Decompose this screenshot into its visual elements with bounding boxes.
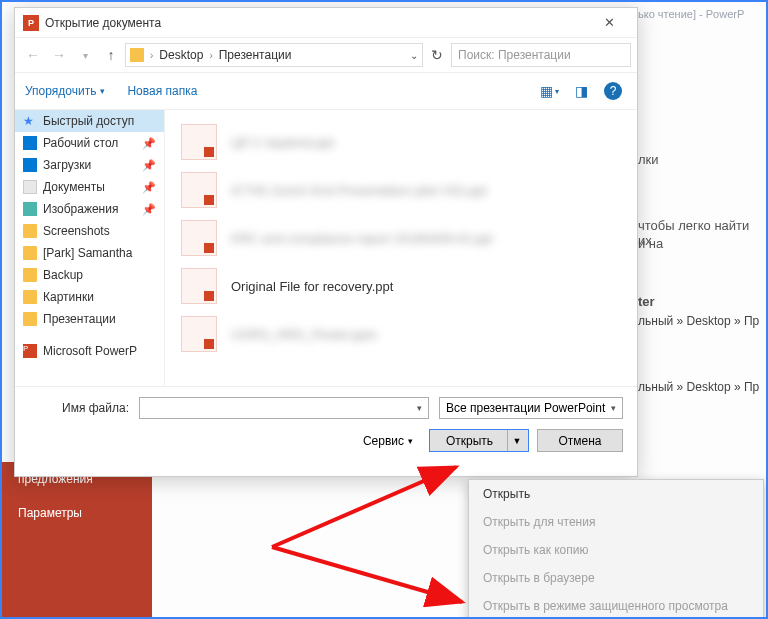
pin-icon: 📌 [142,203,156,216]
tree-item-quick-access[interactable]: ★Быстрый доступ [15,110,164,132]
help-icon: ? [604,82,622,100]
filetype-filter[interactable]: Все презентации PowerPoint▾ [439,397,623,419]
file-list[interactable]: ЦР-2 repaired.ppt ICT4S Zurich End Prese… [165,110,637,386]
ppt-thumb-icon [181,268,217,304]
app-title-fragment: ько чтение] - PowerP [638,8,744,20]
file-item[interactable]: KRC and compliance report 20180409-02.pp… [175,214,627,262]
ppt-thumb-icon [181,220,217,256]
file-item[interactable]: ЦР-2 repaired.ppt [175,118,627,166]
search-placeholder: Поиск: Презентации [458,48,571,62]
refresh-button[interactable]: ↻ [425,43,449,67]
menu-item-open-readonly: Открыть для чтения [469,508,763,536]
breadcrumb-segment[interactable]: Desktop [159,48,203,62]
preview-pane-button[interactable]: ◨ [567,79,595,103]
open-file-dialog: P Открытие документа ✕ ← → ▾ ↑ › Desktop… [14,7,638,477]
pin-icon: 📌 [142,137,156,150]
chevron-right-icon: › [150,50,153,61]
chevron-down-icon[interactable]: ▾ [417,403,422,413]
tree-item[interactable]: Презентации [15,308,164,330]
folder-icon [23,224,37,238]
ppt-thumb-icon [181,316,217,352]
tree-item[interactable]: [Park] Samantha [15,242,164,264]
folder-icon [23,246,37,260]
address-bar: ← → ▾ ↑ › Desktop › Презентации ⌄ ↻ Поис… [15,38,637,72]
file-item[interactable]: Original File for recovery.ppt [175,262,627,310]
desktop-icon [23,136,37,150]
filename-input[interactable]: ▾ [139,397,429,419]
bg-path: льный » Desktop » Пр [638,314,759,328]
pin-icon: 📌 [142,159,156,172]
open-split-button[interactable]: Открыть ▼ [429,429,529,452]
open-menu[interactable]: Открыть Открыть для чтения Открыть как к… [468,479,764,619]
menu-item-open-protected: Открыть в режиме защищенного просмотра [469,592,763,619]
nav-tree[interactable]: ★Быстрый доступ Рабочий стол📌 Загрузки📌 … [15,110,165,386]
tree-item[interactable]: Документы📌 [15,176,164,198]
file-item[interactable]: UGRS_HRG_Poster.pptx [175,310,627,358]
downloads-icon [23,158,37,172]
tree-item[interactable]: Рабочий стол📌 [15,132,164,154]
tree-item[interactable]: Backup [15,264,164,286]
tree-item[interactable]: Screenshots [15,220,164,242]
tools-button[interactable]: Сервис▾ [363,434,413,448]
folder-icon [23,312,37,326]
pin-icon: 📌 [142,181,156,194]
menu-item-open[interactable]: Открыть [469,480,763,508]
bg-text: лки [638,152,659,167]
menu-item-open-browser: Открыть в браузере [469,564,763,592]
titlebar: P Открытие документа ✕ [15,8,637,38]
tree-item-powerpoint[interactable]: PMicrosoft PowerP [15,340,164,362]
bg-path: льный » Desktop » Пр [638,380,759,394]
open-dropdown-arrow[interactable]: ▼ [508,436,526,446]
chevron-down-icon: ▾ [100,86,105,96]
new-folder-button[interactable]: Новая папка [127,84,197,98]
cancel-button[interactable]: Отмена [537,429,623,452]
ppt-thumb-icon [181,124,217,160]
chevron-down-icon: ▾ [408,436,413,446]
ppt-thumb-icon [181,172,217,208]
powerpoint-icon: P [23,344,37,358]
help-button[interactable]: ? [599,79,627,103]
bg-text: и на [638,236,663,251]
search-input[interactable]: Поиск: Презентации [451,43,631,67]
view-options-button[interactable]: ▦▾ [535,79,563,103]
filename-label: Имя файла: [29,401,129,415]
tree-item[interactable]: Картинки [15,286,164,308]
open-button[interactable]: Открыть [432,430,508,451]
backstage-sidebar: предложения Параметры [2,462,152,619]
star-icon: ★ [23,114,37,128]
up-button[interactable]: ↑ [99,43,123,67]
dialog-toolbar: Упорядочить▾ Новая папка ▦▾ ◨ ? [15,72,637,110]
organize-button[interactable]: Упорядочить▾ [25,84,105,98]
folder-icon [130,48,144,62]
dialog-footer: Имя файла: ▾ Все презентации PowerPoint▾… [15,386,637,476]
sidebar-item[interactable]: Параметры [2,496,152,530]
tree-item[interactable]: Загрузки📌 [15,154,164,176]
chevron-down-icon[interactable]: ⌄ [410,50,418,61]
breadcrumb[interactable]: › Desktop › Презентации ⌄ [125,43,423,67]
close-icon[interactable]: ✕ [589,15,629,30]
breadcrumb-segment[interactable]: Презентации [219,48,292,62]
recent-dropdown[interactable]: ▾ [73,43,97,67]
folder-icon [23,290,37,304]
chevron-down-icon[interactable]: ▾ [611,403,616,413]
file-item[interactable]: ICT4S Zurich End Presentation pilot V02.… [175,166,627,214]
back-button[interactable]: ← [21,43,45,67]
pictures-icon [23,202,37,216]
forward-button[interactable]: → [47,43,71,67]
chevron-right-icon: › [209,50,212,61]
powerpoint-icon: P [23,15,39,31]
tree-item[interactable]: Изображения📌 [15,198,164,220]
folder-icon [23,268,37,282]
dialog-title: Открытие документа [45,16,589,30]
documents-icon [23,180,37,194]
bg-text: ter [638,294,655,309]
menu-item-open-copy: Открыть как копию [469,536,763,564]
